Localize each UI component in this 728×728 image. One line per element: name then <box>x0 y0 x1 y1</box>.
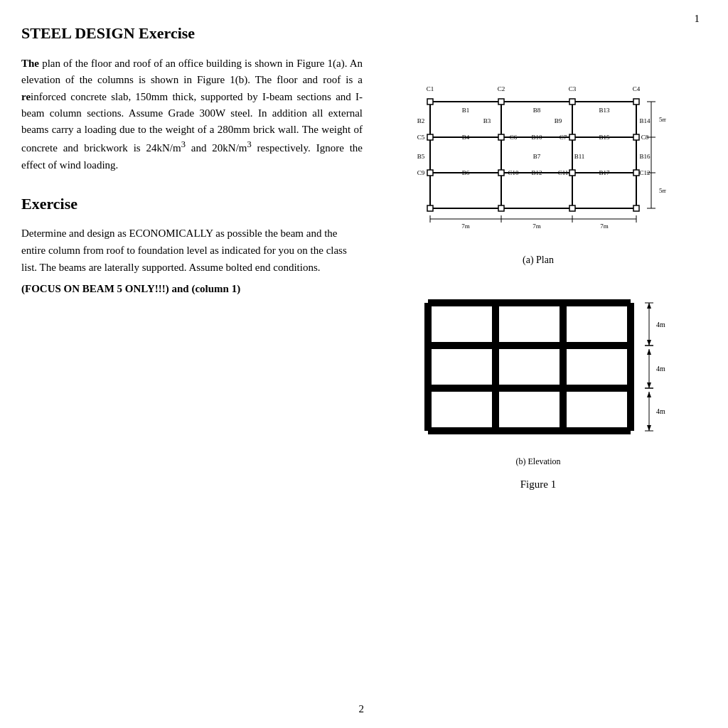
svg-rect-76 <box>424 303 432 431</box>
plan-figure: C1 C2 C3 C4 <box>403 63 673 266</box>
svg-text:B14: B14 <box>639 117 651 124</box>
svg-text:B1: B1 <box>462 107 470 114</box>
svg-text:B13: B13 <box>599 107 610 114</box>
svg-marker-89 <box>647 349 651 355</box>
elevation-svg: 4m 4m 4m <box>403 287 666 451</box>
svg-rect-62 <box>569 134 575 140</box>
svg-text:C9: C9 <box>417 169 425 176</box>
right-column: C1 C2 C3 C4 <box>363 55 707 491</box>
svg-text:B9: B9 <box>555 117 562 124</box>
svg-text:4m: 4m <box>656 321 665 328</box>
svg-text:4m: 4m <box>656 407 665 415</box>
svg-text:C1: C1 <box>427 85 434 92</box>
svg-text:C11: C11 <box>558 169 569 176</box>
elevation-figure: 4m 4m 4m (b) Elevation <box>403 287 673 467</box>
svg-rect-58 <box>569 99 575 105</box>
svg-rect-66 <box>569 170 575 176</box>
svg-rect-65 <box>498 170 504 176</box>
svg-text:C5: C5 <box>417 134 425 141</box>
svg-rect-73 <box>428 342 631 349</box>
svg-rect-75 <box>428 427 631 434</box>
intro-text: The plan of the floor and roof of an off… <box>21 55 363 173</box>
svg-rect-67 <box>633 170 639 176</box>
svg-marker-95 <box>647 392 651 397</box>
svg-text:B11: B11 <box>574 153 585 160</box>
page-number-top: 1 <box>695 13 700 25</box>
svg-rect-60 <box>427 134 433 140</box>
page-number-bottom: 2 <box>359 703 365 715</box>
svg-rect-61 <box>498 134 504 140</box>
svg-text:C7: C7 <box>560 134 567 141</box>
plan-caption: (a) Plan <box>403 255 673 266</box>
page: 1 STEEL DESIGN Exercise The plan of the … <box>0 0 728 728</box>
svg-text:B3: B3 <box>483 117 491 124</box>
svg-rect-56 <box>427 99 433 105</box>
svg-text:5m: 5m <box>659 116 666 123</box>
svg-rect-68 <box>427 205 433 211</box>
svg-rect-57 <box>498 99 504 105</box>
svg-rect-78 <box>560 303 567 431</box>
svg-rect-77 <box>492 303 499 431</box>
svg-text:B8: B8 <box>533 107 541 114</box>
svg-rect-79 <box>627 303 634 431</box>
svg-text:B16: B16 <box>639 153 651 160</box>
svg-rect-63 <box>633 134 639 140</box>
exercise-text: Determine and design as ECONOMICALLY as … <box>21 225 363 297</box>
svg-rect-71 <box>633 205 639 211</box>
svg-text:C10: C10 <box>508 169 519 176</box>
svg-text:5m: 5m <box>659 187 666 194</box>
svg-marker-84 <box>647 340 651 346</box>
exercise-heading: Exercise <box>21 195 363 213</box>
svg-text:C4: C4 <box>633 85 641 92</box>
svg-text:7m: 7m <box>532 223 541 230</box>
elevation-caption: (b) Elevation <box>403 456 673 467</box>
svg-rect-69 <box>498 205 504 211</box>
figure-caption: Figure 1 <box>520 478 556 491</box>
svg-rect-72 <box>428 299 631 306</box>
svg-rect-70 <box>569 205 575 211</box>
svg-text:4m: 4m <box>656 365 665 373</box>
page-title: STEEL DESIGN Exercise <box>21 24 707 43</box>
svg-text:C3: C3 <box>569 85 577 92</box>
svg-marker-96 <box>647 425 651 431</box>
svg-text:B17: B17 <box>599 169 610 176</box>
svg-text:B2: B2 <box>417 117 425 124</box>
svg-text:B4: B4 <box>462 134 470 141</box>
svg-text:B7: B7 <box>533 153 541 160</box>
svg-text:B15: B15 <box>599 134 610 141</box>
svg-marker-90 <box>647 382 651 388</box>
svg-text:B12: B12 <box>531 169 542 176</box>
svg-text:C2: C2 <box>498 85 505 92</box>
svg-text:B10: B10 <box>531 134 542 141</box>
svg-rect-64 <box>427 170 433 176</box>
svg-text:B6: B6 <box>462 169 470 176</box>
svg-text:B5: B5 <box>417 153 425 160</box>
plan-svg: C1 C2 C3 C4 <box>403 63 666 247</box>
svg-rect-74 <box>428 385 631 392</box>
left-column: The plan of the floor and roof of an off… <box>21 55 363 491</box>
svg-text:7m: 7m <box>461 223 470 230</box>
svg-text:7m: 7m <box>600 223 609 230</box>
svg-rect-59 <box>633 99 639 105</box>
svg-text:C6: C6 <box>510 134 518 141</box>
svg-marker-83 <box>647 303 651 309</box>
